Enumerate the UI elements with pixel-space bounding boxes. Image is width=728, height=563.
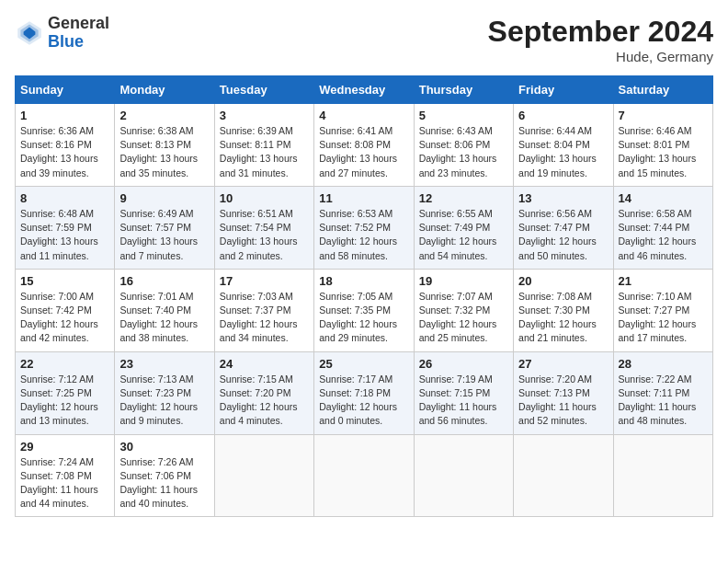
day-number: 25 xyxy=(319,357,408,371)
logo-general-text: General xyxy=(48,14,109,32)
day-info: Sunrise: 6:36 AM Sunset: 8:16 PM Dayligh… xyxy=(20,124,109,180)
day-number: 24 xyxy=(220,357,309,371)
day-number: 27 xyxy=(518,357,608,371)
day-number: 2 xyxy=(119,109,209,122)
calendar-cell: 6Sunrise: 6:44 AM Sunset: 8:04 PM Daylig… xyxy=(514,104,613,187)
page-header: General Blue September 2024 Hude, German… xyxy=(15,15,713,64)
logo-blue-text: Blue xyxy=(48,32,84,51)
calendar-cell: 4Sunrise: 6:41 AM Sunset: 8:08 PM Daylig… xyxy=(314,104,414,187)
calendar-cell xyxy=(414,434,513,517)
day-info: Sunrise: 7:19 AM Sunset: 7:15 PM Dayligh… xyxy=(419,373,508,429)
day-info: Sunrise: 7:12 AM Sunset: 7:25 PM Dayligh… xyxy=(20,373,109,429)
calendar-cell: 5Sunrise: 6:43 AM Sunset: 8:06 PM Daylig… xyxy=(414,104,513,187)
calendar-cell: 20Sunrise: 7:08 AM Sunset: 7:30 PM Dayli… xyxy=(514,269,613,351)
logo-icon xyxy=(15,18,44,48)
day-info: Sunrise: 6:43 AM Sunset: 8:06 PM Dayligh… xyxy=(419,124,508,180)
day-number: 26 xyxy=(419,357,508,371)
calendar-cell: 14Sunrise: 6:58 AM Sunset: 7:44 PM Dayli… xyxy=(613,186,712,269)
calendar-table: SundayMondayTuesdayWednesdayThursdayFrid… xyxy=(15,75,713,517)
calendar-cell: 11Sunrise: 6:53 AM Sunset: 7:52 PM Dayli… xyxy=(314,186,414,269)
day-info: Sunrise: 7:26 AM Sunset: 7:06 PM Dayligh… xyxy=(119,455,209,511)
calendar-cell: 29Sunrise: 7:24 AM Sunset: 7:08 PM Dayli… xyxy=(16,434,115,517)
day-number: 9 xyxy=(119,191,209,205)
day-info: Sunrise: 7:17 AM Sunset: 7:18 PM Dayligh… xyxy=(319,373,408,429)
calendar-cell: 22Sunrise: 7:12 AM Sunset: 7:25 PM Dayli… xyxy=(16,351,115,434)
day-info: Sunrise: 6:56 AM Sunset: 7:47 PM Dayligh… xyxy=(518,207,608,263)
day-number: 16 xyxy=(119,274,209,288)
day-info: Sunrise: 6:48 AM Sunset: 7:59 PM Dayligh… xyxy=(20,207,109,263)
calendar-cell: 23Sunrise: 7:13 AM Sunset: 7:23 PM Dayli… xyxy=(115,351,214,434)
day-number: 28 xyxy=(619,357,708,371)
day-number: 7 xyxy=(619,109,708,122)
day-info: Sunrise: 7:13 AM Sunset: 7:23 PM Dayligh… xyxy=(119,373,209,429)
weekday-header-saturday: Saturday xyxy=(613,76,712,104)
day-number: 5 xyxy=(419,109,508,122)
title-block: September 2024 Hude, Germany xyxy=(488,15,713,64)
day-number: 23 xyxy=(119,357,209,371)
weekday-header-tuesday: Tuesday xyxy=(214,76,313,104)
day-number: 4 xyxy=(319,109,408,122)
weekday-header-wednesday: Wednesday xyxy=(314,76,414,104)
weekday-header-friday: Friday xyxy=(514,76,613,104)
logo: General Blue xyxy=(15,15,109,52)
calendar-cell: 24Sunrise: 7:15 AM Sunset: 7:20 PM Dayli… xyxy=(214,351,313,434)
day-info: Sunrise: 6:53 AM Sunset: 7:52 PM Dayligh… xyxy=(319,207,408,263)
calendar-cell: 2Sunrise: 6:38 AM Sunset: 8:13 PM Daylig… xyxy=(115,104,214,187)
calendar-week-row: 8Sunrise: 6:48 AM Sunset: 7:59 PM Daylig… xyxy=(16,186,713,269)
calendar-week-row: 1Sunrise: 6:36 AM Sunset: 8:16 PM Daylig… xyxy=(16,104,713,187)
calendar-cell: 17Sunrise: 7:03 AM Sunset: 7:37 PM Dayli… xyxy=(214,269,313,351)
calendar-cell xyxy=(613,434,712,517)
day-info: Sunrise: 6:55 AM Sunset: 7:49 PM Dayligh… xyxy=(419,207,508,263)
day-number: 10 xyxy=(220,191,309,205)
day-number: 22 xyxy=(20,357,109,371)
day-info: Sunrise: 7:01 AM Sunset: 7:40 PM Dayligh… xyxy=(119,290,209,346)
calendar-cell xyxy=(314,434,414,517)
day-info: Sunrise: 7:05 AM Sunset: 7:35 PM Dayligh… xyxy=(319,290,408,346)
day-number: 1 xyxy=(20,109,109,122)
calendar-cell: 15Sunrise: 7:00 AM Sunset: 7:42 PM Dayli… xyxy=(16,269,115,351)
calendar-week-row: 15Sunrise: 7:00 AM Sunset: 7:42 PM Dayli… xyxy=(16,269,713,351)
day-info: Sunrise: 6:38 AM Sunset: 8:13 PM Dayligh… xyxy=(119,124,209,180)
weekday-header-thursday: Thursday xyxy=(414,76,513,104)
calendar-cell xyxy=(214,434,313,517)
day-number: 15 xyxy=(20,274,109,288)
day-info: Sunrise: 7:03 AM Sunset: 7:37 PM Dayligh… xyxy=(220,290,309,346)
day-info: Sunrise: 6:39 AM Sunset: 8:11 PM Dayligh… xyxy=(220,124,309,180)
day-info: Sunrise: 6:44 AM Sunset: 8:04 PM Dayligh… xyxy=(518,124,608,180)
calendar-cell: 12Sunrise: 6:55 AM Sunset: 7:49 PM Dayli… xyxy=(414,186,513,269)
weekday-header-monday: Monday xyxy=(115,76,214,104)
calendar-cell: 27Sunrise: 7:20 AM Sunset: 7:13 PM Dayli… xyxy=(514,351,613,434)
calendar-cell xyxy=(514,434,613,517)
day-number: 12 xyxy=(419,191,508,205)
calendar-week-row: 22Sunrise: 7:12 AM Sunset: 7:25 PM Dayli… xyxy=(16,351,713,434)
calendar-cell: 30Sunrise: 7:26 AM Sunset: 7:06 PM Dayli… xyxy=(115,434,214,517)
day-number: 20 xyxy=(518,274,608,288)
day-number: 18 xyxy=(319,274,408,288)
calendar-cell: 10Sunrise: 6:51 AM Sunset: 7:54 PM Dayli… xyxy=(214,186,313,269)
day-info: Sunrise: 7:20 AM Sunset: 7:13 PM Dayligh… xyxy=(518,373,608,429)
month-title: September 2024 xyxy=(488,15,713,49)
day-info: Sunrise: 6:46 AM Sunset: 8:01 PM Dayligh… xyxy=(619,124,708,180)
day-number: 8 xyxy=(20,191,109,205)
calendar-header: SundayMondayTuesdayWednesdayThursdayFrid… xyxy=(16,76,713,104)
calendar-cell: 18Sunrise: 7:05 AM Sunset: 7:35 PM Dayli… xyxy=(314,269,414,351)
day-number: 13 xyxy=(518,191,608,205)
day-number: 30 xyxy=(119,440,209,454)
calendar-cell: 25Sunrise: 7:17 AM Sunset: 7:18 PM Dayli… xyxy=(314,351,414,434)
day-info: Sunrise: 7:24 AM Sunset: 7:08 PM Dayligh… xyxy=(20,455,109,511)
day-info: Sunrise: 7:10 AM Sunset: 7:27 PM Dayligh… xyxy=(619,290,708,346)
calendar-cell: 28Sunrise: 7:22 AM Sunset: 7:11 PM Dayli… xyxy=(613,351,712,434)
day-info: Sunrise: 7:22 AM Sunset: 7:11 PM Dayligh… xyxy=(619,373,708,429)
calendar-cell: 7Sunrise: 6:46 AM Sunset: 8:01 PM Daylig… xyxy=(613,104,712,187)
day-info: Sunrise: 6:41 AM Sunset: 8:08 PM Dayligh… xyxy=(319,124,408,180)
day-info: Sunrise: 7:15 AM Sunset: 7:20 PM Dayligh… xyxy=(220,373,309,429)
day-number: 29 xyxy=(20,440,109,454)
calendar-cell: 1Sunrise: 6:36 AM Sunset: 8:16 PM Daylig… xyxy=(16,104,115,187)
day-number: 17 xyxy=(220,274,309,288)
day-info: Sunrise: 6:51 AM Sunset: 7:54 PM Dayligh… xyxy=(220,207,309,263)
calendar-cell: 21Sunrise: 7:10 AM Sunset: 7:27 PM Dayli… xyxy=(613,269,712,351)
weekday-header-row: SundayMondayTuesdayWednesdayThursdayFrid… xyxy=(16,76,713,104)
location-text: Hude, Germany xyxy=(488,49,713,64)
day-number: 14 xyxy=(619,191,708,205)
calendar-cell: 3Sunrise: 6:39 AM Sunset: 8:11 PM Daylig… xyxy=(214,104,313,187)
